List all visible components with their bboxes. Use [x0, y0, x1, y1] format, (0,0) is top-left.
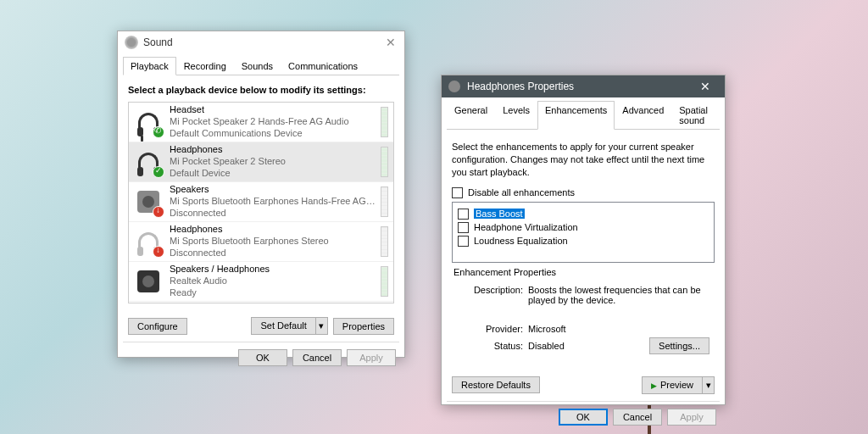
- properties-button[interactable]: Properties: [333, 318, 394, 335]
- tab-general[interactable]: General: [447, 101, 495, 130]
- enhancement-loudness-equalization[interactable]: Loudness Equalization: [458, 236, 709, 247]
- level-meter: [381, 266, 388, 297]
- device-name: Headphones: [170, 224, 377, 236]
- device-row[interactable]: HeadphonesMi Pocket Speaker 2 StereoDefa…: [129, 142, 393, 182]
- cancel-button[interactable]: Cancel: [292, 349, 342, 366]
- restore-defaults-button[interactable]: Restore Defaults: [452, 376, 540, 393]
- device-name: Speakers / Headphones: [170, 264, 377, 275]
- window-title: Sound: [143, 36, 384, 48]
- set-default-dropdown[interactable]: ▾: [316, 317, 328, 335]
- device-list[interactable]: HeadsetMi Pocket Speaker 2 Hands-Free AG…: [128, 102, 394, 303]
- preview-button[interactable]: Preview: [642, 376, 703, 394]
- tab-bar: General Levels Enhancements Advanced Spa…: [442, 97, 725, 130]
- window-title: Headphones Properties: [467, 81, 693, 92]
- level-meter: [381, 186, 388, 217]
- preview-dropdown[interactable]: ▾: [703, 376, 715, 394]
- speaker-icon: [134, 267, 163, 296]
- headset-icon: [134, 108, 163, 136]
- sound-icon: [125, 36, 138, 49]
- cancel-button[interactable]: Cancel: [613, 409, 662, 426]
- tab-communications[interactable]: Communications: [281, 57, 365, 75]
- tab-recording[interactable]: Recording: [176, 57, 234, 75]
- enhancement-bass-boost[interactable]: Bass Boost: [458, 209, 709, 220]
- tab-advanced[interactable]: Advanced: [615, 101, 671, 130]
- level-meter: [381, 147, 388, 177]
- set-default-button[interactable]: Set Default: [251, 317, 315, 335]
- sound-dialog: Sound ✕ Playback Recording Sounds Commun…: [117, 31, 405, 358]
- apply-button[interactable]: Apply: [667, 409, 716, 426]
- device-name: Headphones: [170, 144, 377, 156]
- group-legend: Enhancement Properties: [452, 267, 558, 277]
- description-value: Boosts the lowest frequencies that can b…: [528, 285, 709, 305]
- tab-enhancements[interactable]: Enhancements: [537, 101, 615, 130]
- level-meter: [381, 226, 388, 257]
- tab-sounds[interactable]: Sounds: [234, 57, 281, 75]
- headphones-icon: [134, 147, 163, 176]
- apply-button[interactable]: Apply: [347, 349, 396, 366]
- enhancement-properties-group: Enhancement Properties Description:Boost…: [452, 273, 715, 363]
- provider-value: Microsoft: [528, 324, 709, 334]
- speaker-icon: [134, 187, 163, 216]
- ok-button[interactable]: OK: [559, 409, 608, 426]
- headphones-properties-dialog: Headphones Properties ✕ General Levels E…: [441, 75, 726, 405]
- device-row[interactable]: HeadsetMi Pocket Speaker 2 Hands-Free AG…: [129, 103, 393, 142]
- titlebar[interactable]: Sound ✕: [118, 31, 404, 53]
- device-row[interactable]: SpeakersMi Sports Bluetooth Earphones Ha…: [129, 182, 393, 222]
- tab-bar: Playback Recording Sounds Communications: [118, 53, 404, 75]
- tab-spatial-sound[interactable]: Spatial sound: [671, 101, 720, 130]
- headphones-icon: [134, 227, 163, 256]
- instruction-text: Select the enhancements to apply for you…: [452, 141, 715, 179]
- device-row[interactable]: HeadphonesMi Sports Bluetooth Earphones …: [129, 222, 393, 262]
- enhancements-list[interactable]: Bass Boost Headphone Virtualization Loud…: [452, 202, 715, 263]
- headphones-icon: [448, 81, 460, 92]
- settings-button[interactable]: Settings...: [649, 337, 709, 354]
- level-meter: [381, 107, 388, 137]
- disable-all-checkbox[interactable]: Disable all enhancements: [452, 187, 715, 198]
- instruction-text: Select a playback device below to modify…: [128, 85, 394, 95]
- tab-levels[interactable]: Levels: [495, 101, 537, 130]
- device-name: Speakers: [170, 184, 377, 196]
- device-row[interactable]: Speakers / HeadphonesRealtek AudioReady: [129, 262, 393, 302]
- titlebar[interactable]: Headphones Properties ✕: [442, 75, 725, 97]
- tab-playback[interactable]: Playback: [123, 57, 176, 75]
- enhancement-headphone-virtualization[interactable]: Headphone Virtualization: [458, 222, 709, 233]
- ok-button[interactable]: OK: [238, 349, 287, 366]
- status-value: Disabled: [528, 341, 649, 351]
- configure-button[interactable]: Configure: [128, 318, 187, 335]
- close-icon[interactable]: ✕: [384, 36, 398, 49]
- device-name: Headset: [170, 104, 377, 116]
- close-icon[interactable]: ✕: [693, 80, 718, 93]
